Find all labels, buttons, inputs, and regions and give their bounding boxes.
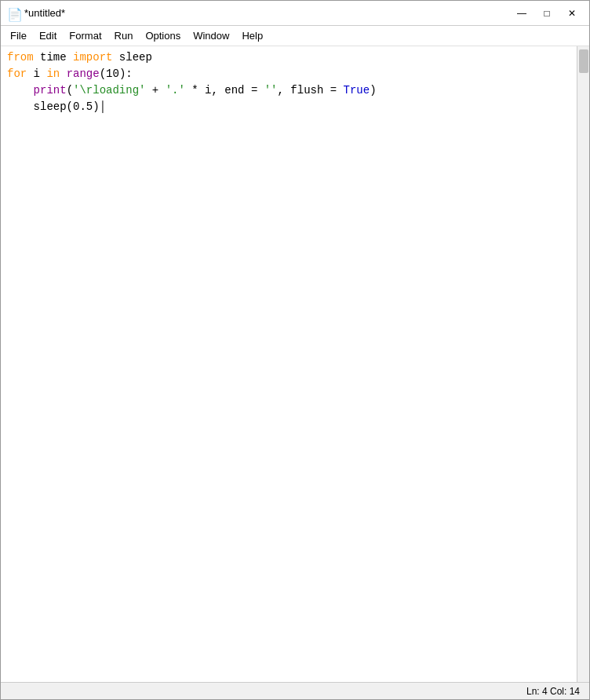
vertical-scrollbar[interactable] <box>577 46 589 682</box>
maximize-button[interactable]: □ <box>536 5 558 22</box>
status-bar: Ln: 4 Col: 14 <box>1 682 589 699</box>
code-line-4: sleep(0.5)│ <box>7 99 570 115</box>
cursor-position: Ln: 4 Col: 14 <box>526 686 580 697</box>
code-line-2: for i in range(10): <box>7 66 570 82</box>
menu-file[interactable]: File <box>4 26 33 46</box>
editor-area: from time import sleepfor i in range(10)… <box>1 46 589 682</box>
menu-help[interactable]: Help <box>235 26 269 46</box>
minimize-button[interactable]: — <box>511 5 533 22</box>
menu-format[interactable]: Format <box>63 26 107 46</box>
main-window: 📄 *untitled* — □ ✕ File Edit Format Run … <box>0 0 590 700</box>
title-bar: 📄 *untitled* — □ ✕ <box>1 1 589 26</box>
menu-run[interactable]: Run <box>108 26 140 46</box>
window-title: *untitled* <box>24 7 65 19</box>
menu-edit[interactable]: Edit <box>33 26 63 46</box>
close-button[interactable]: ✕ <box>561 5 583 22</box>
menu-options[interactable]: Options <box>139 26 187 46</box>
code-editor[interactable]: from time import sleepfor i in range(10)… <box>1 46 577 682</box>
title-bar-left: 📄 *untitled* <box>7 7 65 20</box>
app-icon: 📄 <box>7 7 20 20</box>
code-line-1: from time import sleep <box>7 49 570 66</box>
code-line-3: print('\rloading' + '.' * i, end = '', f… <box>7 82 570 99</box>
scrollbar-thumb[interactable] <box>579 49 588 73</box>
menu-window[interactable]: Window <box>187 26 235 46</box>
menu-bar: File Edit Format Run Options Window Help <box>1 26 589 46</box>
title-bar-controls: — □ ✕ <box>511 5 583 22</box>
